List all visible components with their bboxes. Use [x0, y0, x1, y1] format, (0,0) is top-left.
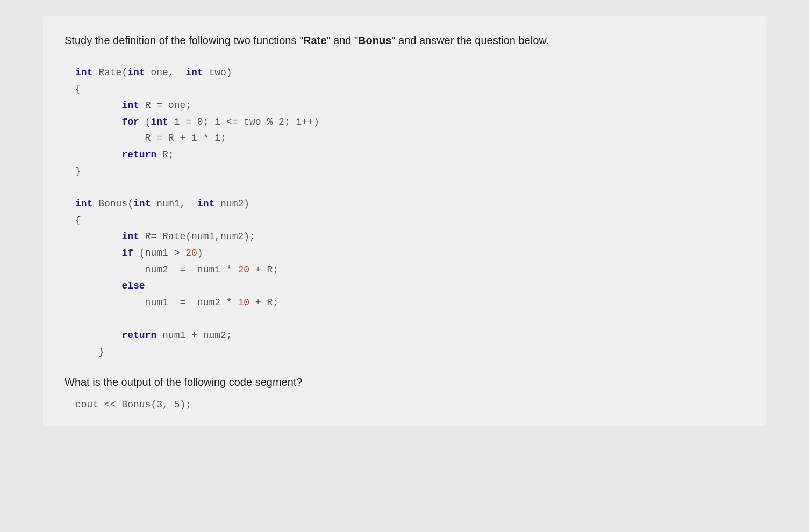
main-container: Study the definition of the following tw…: [43, 16, 766, 426]
rate-signature: int Rate(int one, int two): [75, 64, 744, 81]
bonus-function-code: int Bonus(int num1, int num2) { int R= R…: [65, 196, 744, 360]
rate-return: return R;: [75, 147, 744, 163]
rate-r-decl: int R = one;: [75, 97, 744, 114]
bonus-else-body: num1 = num2 * 10 + R;: [75, 294, 744, 311]
bonus-blank-line: [75, 311, 744, 327]
cout-text: cout << Bonus(3, 5);: [75, 399, 191, 410]
rate-loop-body: R = R + i * i;: [75, 130, 744, 147]
bonus-then-body: num2 = num1 * 20 + R;: [75, 262, 744, 278]
bonus-signature: int Bonus(int num1, int num2): [75, 196, 744, 212]
rate-for-loop: for (int i = 0; i <= two % 2; i++): [75, 114, 744, 131]
bottom-question: What is the output of the following code…: [65, 376, 744, 389]
rate-open-brace: {: [75, 81, 744, 98]
bonus-r-decl: int R= Rate(num1,num2);: [75, 228, 744, 245]
bonus-return: return num1 + num2;: [75, 327, 744, 344]
bonus-else-keyword: else: [75, 278, 744, 294]
bonus-open-brace: {: [75, 212, 744, 229]
rate-function-code: int Rate(int one, int two) { int R = one…: [65, 64, 744, 179]
bonus-if-stmt: if (num1 > 20): [75, 245, 744, 262]
cout-statement: cout << Bonus(3, 5);: [65, 399, 744, 410]
bonus-close-brace: }: [75, 344, 744, 361]
rate-close-brace: }: [75, 163, 744, 180]
question-intro: Study the definition of the following tw…: [65, 32, 744, 48]
